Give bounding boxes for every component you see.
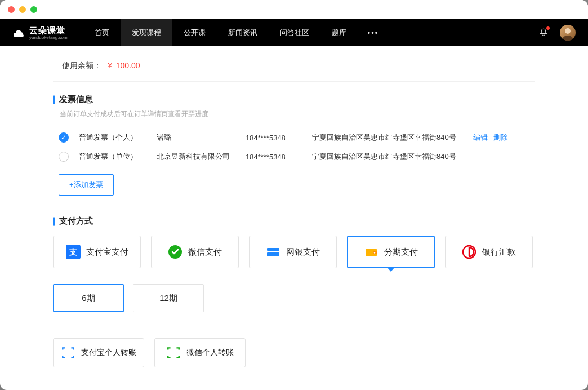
bell-icon[interactable]	[538, 28, 549, 38]
nav-item-home[interactable]: 首页	[83, 19, 121, 46]
nav-items: 首页 发现课程 公开课 新闻资讯 问答社区 题库 •••	[83, 19, 389, 46]
alipay-icon: 支	[66, 245, 81, 259]
nav-more-icon[interactable]: •••	[358, 19, 389, 46]
invoice-type: 普通发票（个人）	[79, 132, 146, 143]
radio-unchecked-icon[interactable]	[59, 152, 69, 162]
installment-periods: 6期 12期	[53, 284, 535, 312]
transfer-alipay[interactable]: 支付宝个人转账	[53, 338, 144, 367]
invoice-name: 诸璐	[157, 132, 235, 143]
invoice-section: 发票信息 当前订单支付成功后可在订单详情页查看开票进度 普通发票（个人） 诸璐 …	[53, 94, 535, 196]
period-6[interactable]: 6期	[53, 284, 124, 312]
period-12[interactable]: 12期	[133, 284, 204, 312]
invoice-address: 宁夏回族自治区吴忠市红寺堡区幸福街840号	[312, 132, 456, 143]
page-body: 使用余额： ￥ 100.00 发票信息 当前订单支付成功后可在订单详情页查看开票…	[0, 46, 588, 390]
nav-item-discover[interactable]: 发现课程	[121, 19, 172, 46]
invoice-type: 普通发票（单位）	[79, 152, 146, 162]
transfer-wechat[interactable]: 微信个人转账	[154, 338, 246, 367]
wechat-icon	[168, 245, 182, 259]
bank-icon	[462, 245, 476, 259]
pay-installment[interactable]: 分期支付	[347, 236, 435, 268]
invoice-phone: 184****5348	[246, 153, 302, 161]
payment-methods: 支 支付宝支付 微信支付 网银支付	[53, 236, 535, 268]
svg-point-0	[565, 28, 571, 34]
pay-alipay[interactable]: 支 支付宝支付	[53, 236, 141, 268]
invoice-actions: 编辑 删除	[473, 132, 508, 143]
balance-row: 使用余额： ￥ 100.00	[53, 46, 535, 82]
pay-unionpay[interactable]: 网银支付	[249, 236, 337, 268]
notification-dot-icon	[546, 26, 550, 30]
nav-item-public[interactable]: 公开课	[172, 19, 217, 46]
pay-wechat[interactable]: 微信支付	[151, 236, 239, 268]
radio-checked-icon[interactable]	[59, 132, 69, 143]
pay-bank[interactable]: 银行汇款	[445, 236, 533, 268]
invoice-section-title: 发票信息	[53, 94, 535, 105]
balance-amount: ￥ 100.00	[106, 61, 140, 70]
svg-rect-5	[267, 252, 279, 256]
scan-green-icon	[166, 345, 181, 360]
payment-section-title: 支付方式	[53, 216, 535, 227]
top-nav: 云朵课堂 yunduoketang.com 首页 发现课程 公开课 新闻资讯 问…	[0, 19, 588, 46]
svg-text:支: 支	[69, 247, 77, 256]
svg-rect-4	[267, 248, 279, 251]
payment-section: 支付方式 支 支付宝支付 微信支付	[53, 216, 535, 367]
brand-sub: yunduoketang.com	[29, 35, 68, 40]
add-invoice-button[interactable]: +添加发票	[59, 174, 114, 196]
window-close-icon[interactable]	[8, 6, 15, 13]
nav-item-bank[interactable]: 题库	[320, 19, 358, 46]
wallet-icon	[364, 245, 378, 259]
invoice-row-personal[interactable]: 普通发票（个人） 诸璐 184****5348 宁夏回族自治区吴忠市红寺堡区幸福…	[53, 128, 535, 147]
balance-label: 使用余额：	[62, 61, 101, 70]
app-window: 云朵课堂 yunduoketang.com 首页 发现课程 公开课 新闻资讯 问…	[0, 0, 588, 390]
invoice-delete-link[interactable]: 删除	[493, 132, 508, 143]
invoice-edit-link[interactable]: 编辑	[473, 132, 488, 143]
scan-blue-icon	[61, 345, 75, 360]
window-minimize-icon[interactable]	[19, 6, 26, 13]
window-titlebar	[0, 0, 588, 19]
invoice-phone: 184****5348	[246, 134, 302, 142]
invoice-section-subtitle: 当前订单支付成功后可在订单详情页查看开票进度	[60, 109, 535, 119]
transfer-options: 支付宝个人转账 微信个人转账	[53, 338, 535, 367]
invoice-row-company[interactable]: 普通发票（单位） 北京昱新科技有限公司 184****5348 宁夏回族自治区吴…	[53, 147, 535, 166]
nav-right	[538, 25, 576, 41]
avatar[interactable]	[560, 25, 576, 41]
window-maximize-icon[interactable]	[30, 6, 37, 13]
invoice-name: 北京昱新科技有限公司	[157, 152, 235, 162]
nav-item-qa[interactable]: 问答社区	[269, 19, 320, 46]
cloud-icon	[12, 26, 26, 39]
svg-point-8	[374, 252, 375, 253]
brand-logo[interactable]: 云朵课堂 yunduoketang.com	[12, 25, 68, 40]
unionpay-icon	[266, 245, 280, 259]
invoice-address: 宁夏回族自治区吴忠市红寺堡区幸福街840号	[312, 152, 456, 162]
nav-item-news[interactable]: 新闻资讯	[217, 19, 269, 46]
